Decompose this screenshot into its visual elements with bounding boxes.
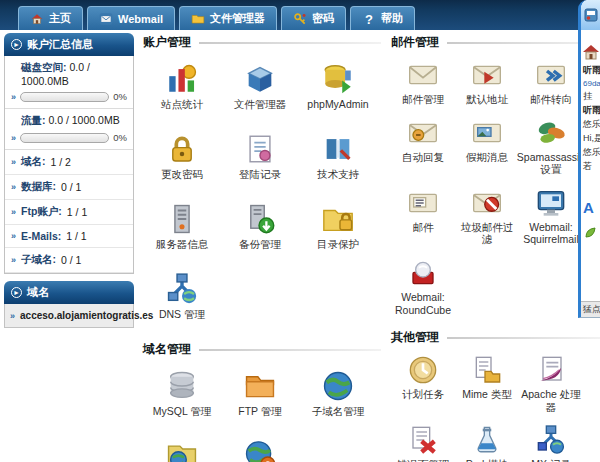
ad-footer-text: 猛点 [583, 303, 600, 316]
ad-text-fragment: 悠乐 [581, 146, 600, 160]
app-mysql-manager[interactable]: MySQL 管理 [143, 360, 221, 430]
app-site-stats[interactable]: 站点统计 [143, 53, 221, 123]
app-vacation-message[interactable]: 假期消息 [455, 111, 519, 181]
app-label: 服务器信息 [156, 238, 209, 251]
app-cron-jobs[interactable]: 计划任务 [391, 348, 455, 418]
app-ftp-manager[interactable]: FTP 管理 [221, 360, 299, 430]
app-directory-protect[interactable]: 目录保护 [299, 193, 377, 263]
section-title: 域名管理 [143, 341, 191, 358]
app-label: 子域名管理 [312, 405, 365, 418]
app-mail[interactable]: 邮件 [391, 181, 455, 251]
login-log-icon [243, 132, 277, 166]
tab-webmail[interactable]: Webmail [87, 6, 175, 30]
ad-text-fragment: 悠乐 [581, 118, 600, 132]
directory-protect-icon [321, 202, 355, 236]
arrow-bullet-icon: » [11, 133, 16, 143]
account-summary-header[interactable]: ► 账户汇总信息 [4, 33, 134, 56]
app-label: phpMyAdmin [307, 98, 368, 111]
mail-icon [407, 187, 439, 219]
domain-list: »acceso.alojamientogratis.es [4, 304, 134, 328]
ftp-manager-icon [243, 369, 277, 403]
home-icon [30, 12, 44, 26]
app-label: MySQL 管理 [153, 405, 212, 418]
arrow-bullet-icon: » [11, 182, 16, 192]
server-info-icon [165, 202, 199, 236]
app-label: Webmail: Squirrelmail [520, 221, 582, 246]
app-label: 邮件转向 [530, 93, 572, 106]
app-change-password[interactable]: 更改密码 [143, 123, 221, 193]
arrow-bullet-icon: » [11, 255, 16, 265]
section-title: 邮件管理 [391, 34, 439, 51]
app-server-info[interactable]: 服务器信息 [143, 193, 221, 263]
app-label: 假期消息 [466, 151, 508, 164]
app-dns-manager[interactable]: DNS 管理 [143, 263, 221, 333]
app-mx-records[interactable]: MX 记录 [519, 418, 583, 462]
app-default-address[interactable]: 默认地址 [455, 53, 519, 111]
app-phpmyadmin[interactable]: phpMyAdmin [299, 53, 377, 123]
apache-handlers-icon [535, 354, 567, 386]
mysql-manager-icon [165, 369, 199, 403]
app-apache-handlers[interactable]: Apache 处理器 [519, 348, 583, 418]
main-content: 账户管理站点统计文件管理器phpMyAdmin更改密码登陆记录技术支持服务器信息… [134, 33, 600, 462]
section-title: 账户管理 [143, 34, 191, 51]
side-ad-panel[interactable]: 听雨69da挂听雨悠乐Hi,是悠乐若A 猛点 [578, 0, 600, 318]
app-file-manager[interactable]: 文件管理器 [221, 53, 299, 123]
app-mime-types[interactable]: Mime 类型 [455, 348, 519, 418]
app-label: 站点统计 [161, 98, 203, 111]
section-3: 其他管理计划任务Mime 类型Apache 处理器错误页管理Perl 模块MX … [391, 329, 600, 462]
top-tab-bar: 主页Webmail文件管理器密码?帮助 [0, 0, 600, 30]
tab-file-manager[interactable]: 文件管理器 [179, 6, 277, 30]
app-auto-responder[interactable]: 自动回复 [391, 111, 455, 181]
app-domain-manager[interactable]: 域名管理 [221, 430, 299, 462]
app-site-redirect[interactable]: 站点转向 [143, 430, 221, 462]
leaf-icon [581, 219, 600, 243]
change-password-icon [165, 132, 199, 166]
stat-emails: »E-Mails:1 / 1 [5, 225, 133, 248]
stat-label: E-Mails: [21, 230, 61, 242]
spamassassin-icon [535, 117, 567, 149]
section-title: 其他管理 [391, 329, 439, 346]
app-backup-manager[interactable]: 备份管理 [221, 193, 299, 263]
app-label: 文件管理器 [234, 98, 287, 111]
section-1: 邮件管理邮件管理默认地址邮件转向自动回复假期消息Spamassassin 设置邮… [391, 34, 600, 321]
file-manager-icon [191, 12, 205, 26]
main-column-right: 邮件管理邮件管理默认地址邮件转向自动回复假期消息Spamassassin 设置邮… [381, 34, 600, 462]
arrow-bullet-icon: » [11, 157, 16, 167]
app-login-log[interactable]: 登陆记录 [221, 123, 299, 193]
tab-label: Webmail [118, 13, 163, 25]
perl-modules-icon [471, 424, 503, 456]
tab-help[interactable]: ?帮助 [350, 6, 415, 30]
app-error-pages[interactable]: 错误页管理 [391, 418, 455, 462]
ad-panel-footer[interactable]: 猛点 [581, 301, 600, 317]
error-pages-icon [407, 424, 439, 456]
domain-item[interactable]: »acceso.alojamientogratis.es [4, 304, 134, 328]
app-tech-support[interactable]: 技术支持 [299, 123, 377, 193]
app-label: Webmail: RoundCube [392, 291, 454, 316]
webmail-roundcube-icon [407, 257, 439, 289]
app-subdomain-manager[interactable]: 子域名管理 [299, 360, 377, 430]
tab-password[interactable]: 密码 [281, 6, 346, 30]
app-grid: MySQL 管理FTP 管理子域名管理站点转向域名管理 [143, 360, 381, 462]
app-label: 计划任务 [402, 388, 444, 401]
app-mail-manager[interactable]: 邮件管理 [391, 53, 455, 111]
app-label: 自动回复 [402, 151, 444, 164]
subdomain-manager-icon [321, 369, 355, 403]
app-webmail-squirrelmail[interactable]: Webmail: Squirrelmail [519, 181, 583, 251]
account-summary-title: 账户汇总信息 [27, 37, 93, 52]
progress-bar [20, 92, 109, 102]
domains-header[interactable]: ► 域名 [4, 281, 134, 304]
app-mail-forward[interactable]: 邮件转向 [519, 53, 583, 111]
house-icon [581, 30, 600, 64]
tab-label: 主页 [49, 11, 71, 26]
tab-label: 文件管理器 [210, 11, 265, 26]
site-redirect-icon [165, 439, 199, 462]
app-spam-filter[interactable]: 垃圾邮件过滤 [455, 181, 519, 251]
tab-home[interactable]: 主页 [18, 6, 83, 30]
stat-value: 1 / 1 [67, 206, 87, 218]
app-label: 垃圾邮件过滤 [456, 221, 518, 246]
app-webmail-roundcube[interactable]: Webmail: RoundCube [391, 251, 455, 321]
app-spamassassin[interactable]: Spamassassin 设置 [519, 111, 583, 181]
stat-ftp-accounts: »Ftp账户:1 / 1 [5, 200, 133, 225]
app-perl-modules[interactable]: Perl 模块 [455, 418, 519, 462]
section-divider [199, 349, 381, 351]
